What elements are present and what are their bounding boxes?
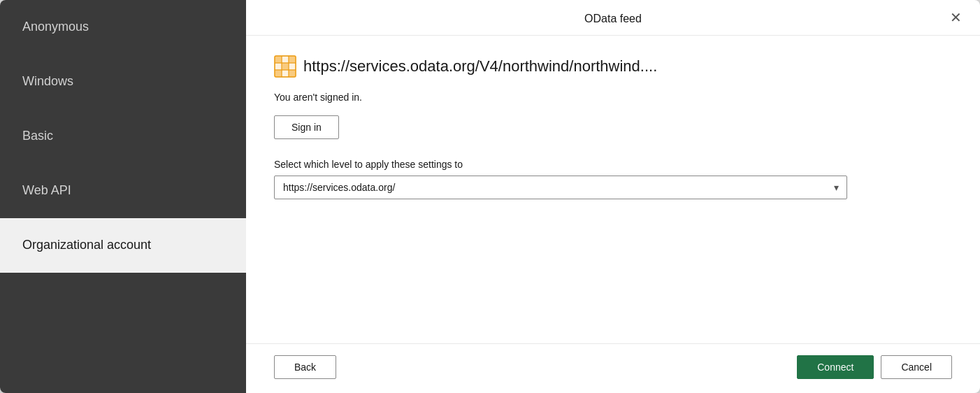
sidebar-item-org-account[interactable]: Organizational account — [0, 218, 246, 273]
level-select[interactable]: https://services.odata.org/ — [274, 176, 847, 199]
url-row: https://services.odata.org/V4/northwind/… — [274, 55, 952, 78]
close-icon: ✕ — [950, 9, 962, 26]
dialog-title: OData feed — [584, 13, 642, 25]
dialog-header: OData feed ✕ — [246, 0, 980, 36]
sidebar-item-basic[interactable]: Basic — [0, 109, 246, 164]
sidebar-item-windows-label: Windows — [22, 74, 73, 88]
not-signed-in-text: You aren't signed in. — [274, 92, 952, 103]
sidebar-item-org-account-label: Organizational account — [22, 238, 151, 252]
sidebar-item-web-api[interactable]: Web API — [0, 164, 246, 218]
svg-rect-7 — [289, 56, 296, 63]
footer-left: Back — [274, 355, 336, 379]
dialog-footer: Back Connect Cancel — [246, 343, 980, 393]
feed-url: https://services.odata.org/V4/northwind/… — [303, 57, 657, 76]
sidebar-item-basic-label: Basic — [22, 129, 53, 143]
odata-table-icon — [274, 55, 296, 78]
cancel-button[interactable]: Cancel — [881, 355, 952, 379]
sidebar-item-anonymous-label: Anonymous — [22, 20, 89, 34]
sidebar-item-anonymous[interactable]: Anonymous — [0, 0, 246, 55]
back-button[interactable]: Back — [274, 355, 336, 379]
main-panel: OData feed ✕ — [246, 0, 980, 393]
svg-rect-10 — [289, 70, 296, 77]
level-label: Select which level to apply these settin… — [274, 159, 952, 170]
svg-rect-6 — [275, 56, 282, 63]
connect-button[interactable]: Connect — [797, 355, 874, 379]
odata-feed-dialog: Anonymous Windows Basic Web API Organiza… — [0, 0, 980, 393]
sidebar-item-web-api-label: Web API — [22, 183, 71, 197]
content-area: https://services.odata.org/V4/northwind/… — [246, 36, 980, 343]
svg-rect-9 — [275, 70, 282, 77]
footer-right: Connect Cancel — [797, 355, 952, 379]
level-select-wrapper: https://services.odata.org/ ▾ — [274, 176, 847, 199]
svg-rect-8 — [282, 63, 289, 70]
auth-sidebar: Anonymous Windows Basic Web API Organiza… — [0, 0, 246, 393]
close-button[interactable]: ✕ — [945, 7, 966, 28]
sidebar-item-windows[interactable]: Windows — [0, 55, 246, 109]
sign-in-button[interactable]: Sign in — [274, 115, 339, 139]
